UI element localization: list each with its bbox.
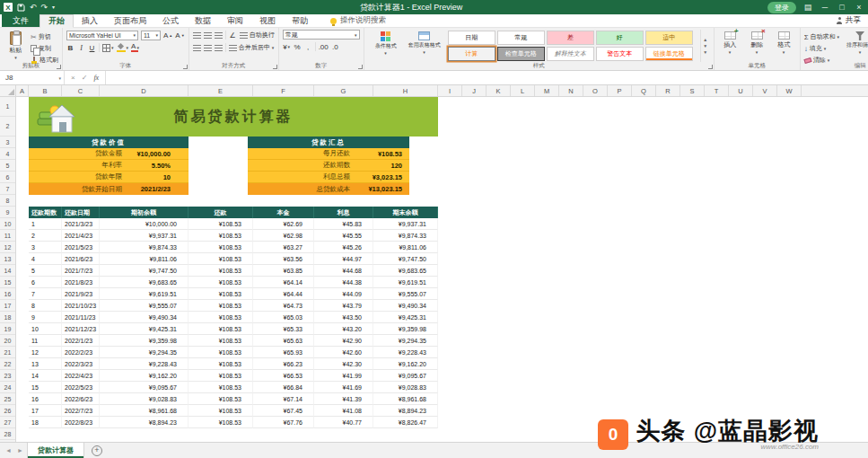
schedule-cell[interactable]: ¥108.53 bbox=[189, 347, 253, 358]
schedule-cell[interactable]: ¥9,619.51 bbox=[100, 288, 189, 300]
insert-function-icon[interactable]: fx bbox=[93, 74, 99, 82]
save-icon[interactable] bbox=[17, 4, 25, 12]
conditional-formatting-button[interactable]: 条件格式 ▾ bbox=[368, 30, 404, 62]
schedule-cell[interactable]: ¥63.56 bbox=[253, 253, 314, 265]
row-header-2[interactable]: 2 bbox=[0, 117, 15, 137]
schedule-cell[interactable]: ¥9,228.43 bbox=[100, 358, 189, 370]
row-header-21[interactable]: 21 bbox=[0, 347, 15, 358]
schedule-cell[interactable]: 2021/5/23 bbox=[62, 242, 100, 253]
insert-cells-button[interactable]: 插入▾ bbox=[718, 30, 742, 62]
format-as-table-button[interactable]: 套用表格格式 ▾ bbox=[407, 30, 443, 62]
schedule-cell[interactable]: ¥9,028.83 bbox=[100, 393, 189, 405]
tell-me-search[interactable]: 操作说明搜索 bbox=[330, 14, 386, 27]
tab-file[interactable]: 文件 bbox=[2, 14, 39, 27]
gallery-scroll[interactable]: ▲▼▼ bbox=[700, 30, 710, 62]
copy-button[interactable]: 复制 bbox=[31, 44, 58, 53]
schedule-cell[interactable]: ¥9,095.67 bbox=[100, 382, 189, 393]
schedule-cell[interactable]: ¥67.14 bbox=[253, 393, 314, 405]
sheet-tab-active[interactable]: 贷款计算器 bbox=[27, 443, 84, 458]
cell-style-bad[interactable]: 差 bbox=[547, 31, 594, 45]
schedule-cell[interactable]: ¥63.27 bbox=[253, 242, 314, 253]
row-header-22[interactable]: 22 bbox=[0, 358, 15, 370]
schedule-cell[interactable]: 17 bbox=[29, 405, 62, 417]
bold-button[interactable]: B bbox=[66, 43, 75, 53]
row-header-18[interactable]: 18 bbox=[0, 312, 15, 323]
schedule-cell[interactable]: ¥42.90 bbox=[314, 335, 373, 347]
cell-style-neutral[interactable]: 适中 bbox=[645, 31, 693, 45]
sheet-nav-right-icon[interactable]: ► bbox=[15, 447, 25, 454]
schedule-cell[interactable]: 10 bbox=[29, 323, 62, 335]
grow-font-button[interactable]: A▲ bbox=[163, 31, 172, 40]
format-cells-button[interactable]: 格式▾ bbox=[772, 30, 796, 62]
schedule-cell[interactable]: ¥9,095.67 bbox=[373, 370, 438, 382]
grid-canvas[interactable]: 简易贷款计算器 贷款价值贷款金额¥10,000.00年利率5.50%贷款年限10… bbox=[16, 97, 868, 442]
schedule-cell[interactable]: ¥41.39 bbox=[314, 393, 373, 405]
column-header-Q[interactable]: Q bbox=[632, 85, 656, 96]
maximize-icon[interactable]: □ bbox=[837, 3, 847, 12]
schedule-cell[interactable]: 2022/5/23 bbox=[62, 382, 100, 393]
schedule-cell[interactable]: ¥108.53 bbox=[189, 323, 253, 335]
column-header-T[interactable]: T bbox=[705, 85, 729, 96]
schedule-cell[interactable]: 9 bbox=[29, 312, 62, 323]
loan-summary-row[interactable]: 利息总额¥3,023.15 bbox=[248, 172, 409, 183]
schedule-cell[interactable]: 4 bbox=[29, 253, 62, 265]
schedule-cell[interactable]: ¥9,359.98 bbox=[373, 323, 438, 335]
schedule-cell[interactable]: ¥108.53 bbox=[189, 218, 253, 230]
cell-style-explanatory-text[interactable]: 解释性文本 bbox=[547, 47, 594, 61]
row-header-3[interactable]: 3 bbox=[0, 137, 15, 148]
new-sheet-button[interactable]: + bbox=[92, 445, 102, 456]
schedule-cell[interactable]: ¥65.93 bbox=[253, 347, 314, 358]
row-header-15[interactable]: 15 bbox=[0, 277, 15, 288]
column-header-F[interactable]: F bbox=[253, 85, 314, 96]
schedule-cell[interactable]: ¥108.53 bbox=[189, 300, 253, 312]
column-header-S[interactable]: S bbox=[680, 85, 705, 96]
schedule-cell[interactable]: ¥64.73 bbox=[253, 300, 314, 312]
schedule-cell[interactable]: ¥67.76 bbox=[253, 417, 314, 428]
row-header-11[interactable]: 11 bbox=[0, 230, 15, 242]
schedule-cell[interactable]: ¥9,937.31 bbox=[373, 218, 438, 230]
schedule-cell[interactable]: ¥108.53 bbox=[189, 242, 253, 253]
schedule-cell[interactable]: ¥9,359.98 bbox=[100, 335, 189, 347]
row-header-20[interactable]: 20 bbox=[0, 335, 15, 347]
schedule-cell[interactable]: ¥10,000.00 bbox=[100, 218, 189, 230]
schedule-cell[interactable]: ¥108.53 bbox=[189, 253, 253, 265]
row-header-6[interactable]: 6 bbox=[0, 172, 15, 183]
schedule-cell[interactable]: 18 bbox=[29, 417, 62, 428]
schedule-cell[interactable]: ¥65.03 bbox=[253, 312, 314, 323]
schedule-cell[interactable]: ¥9,425.31 bbox=[100, 323, 189, 335]
schedule-cell[interactable]: ¥65.33 bbox=[253, 323, 314, 335]
schedule-cell[interactable]: 2021/7/23 bbox=[62, 265, 100, 277]
schedule-cell[interactable]: 2 bbox=[29, 230, 62, 242]
schedule-cell[interactable]: 2021/8/23 bbox=[62, 277, 100, 288]
gallery-more-icon[interactable]: ▼ bbox=[703, 49, 707, 55]
fill-button[interactable]: ↓填充▾ bbox=[804, 44, 839, 53]
schedule-cell[interactable]: ¥108.53 bbox=[189, 230, 253, 242]
row-header-26[interactable]: 26 bbox=[0, 405, 15, 417]
tab-page-layout[interactable]: 页面布局 bbox=[106, 14, 154, 27]
row-header-28[interactable]: 28 bbox=[0, 428, 15, 440]
font-name-select[interactable]: Microsoft YaHei UI▾ bbox=[66, 31, 138, 40]
orientation-button[interactable]: ∠ bbox=[229, 31, 237, 40]
schedule-cell[interactable]: ¥64.44 bbox=[253, 288, 314, 300]
row-header-16[interactable]: 16 bbox=[0, 288, 15, 300]
column-header-R[interactable]: R bbox=[656, 85, 680, 96]
tab-insert[interactable]: 插入 bbox=[74, 14, 106, 27]
schedule-cell[interactable]: 2022/4/23 bbox=[62, 370, 100, 382]
column-header-P[interactable]: P bbox=[608, 85, 632, 96]
schedule-cell[interactable]: ¥43.20 bbox=[314, 323, 373, 335]
loan-summary-value[interactable]: ¥3,023.15 bbox=[350, 173, 409, 181]
schedule-cell[interactable]: ¥9,490.34 bbox=[373, 300, 438, 312]
undo-icon[interactable]: ↶ bbox=[30, 3, 37, 12]
schedule-cell[interactable]: ¥44.09 bbox=[314, 288, 373, 300]
loan-summary-row[interactable]: 每月还款¥108.53 bbox=[248, 148, 409, 160]
schedule-cell[interactable]: 2021/9/23 bbox=[62, 288, 100, 300]
percent-style-button[interactable]: % bbox=[294, 42, 302, 52]
schedule-cell[interactable]: ¥108.53 bbox=[189, 405, 253, 417]
schedule-cell[interactable]: ¥66.84 bbox=[253, 382, 314, 393]
schedule-cell[interactable]: 7 bbox=[29, 288, 62, 300]
close-icon[interactable]: × bbox=[854, 3, 864, 12]
cell-style-linked-cell[interactable]: 链接单元格 bbox=[645, 47, 693, 61]
schedule-cell[interactable]: ¥67.45 bbox=[253, 405, 314, 417]
schedule-cell[interactable]: ¥9,028.83 bbox=[373, 382, 438, 393]
schedule-cell[interactable]: ¥9,874.33 bbox=[100, 242, 189, 253]
